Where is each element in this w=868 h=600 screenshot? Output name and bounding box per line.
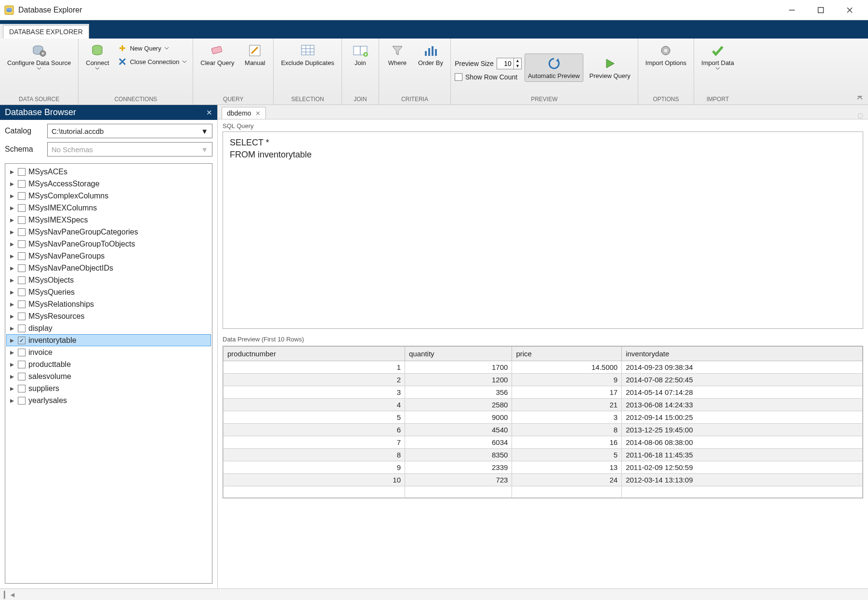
table-checkbox[interactable] bbox=[18, 228, 26, 236]
table-item[interactable]: ▸ display bbox=[6, 322, 211, 334]
table-row[interactable]: 10723242012-03-14 13:13:09 bbox=[224, 474, 863, 486]
table-cell: 7 bbox=[224, 436, 405, 449]
table-checkbox[interactable] bbox=[18, 216, 26, 224]
table-checkbox[interactable] bbox=[18, 276, 26, 284]
preview-size-spinner[interactable]: ▲▼ bbox=[497, 58, 522, 69]
table-item[interactable]: ▸ MSysRelationships bbox=[6, 298, 211, 310]
table-checkbox[interactable] bbox=[18, 361, 26, 368]
group-query: Clear Query Manual QUERY bbox=[193, 39, 274, 104]
column-header[interactable]: quantity bbox=[405, 347, 512, 361]
column-header[interactable]: productnumber bbox=[224, 347, 405, 361]
table-checkbox[interactable] bbox=[18, 168, 26, 176]
table-checkbox[interactable] bbox=[18, 204, 26, 212]
table-checkbox[interactable] bbox=[18, 325, 26, 332]
browser-close-icon[interactable]: ✕ bbox=[206, 108, 212, 117]
table-item[interactable]: ▸ MSysACEs bbox=[6, 166, 211, 178]
table-name: yearlysales bbox=[28, 396, 67, 405]
import-options-button[interactable]: Import Options bbox=[642, 40, 690, 69]
table-checkbox[interactable] bbox=[18, 349, 26, 356]
close-connection-button[interactable]: Close Connection bbox=[116, 56, 189, 67]
table-item[interactable]: ▸ salesvolume bbox=[6, 370, 211, 382]
spin-up-icon[interactable]: ▲ bbox=[513, 58, 521, 64]
table-checkbox[interactable] bbox=[18, 264, 26, 272]
svg-point-9 bbox=[42, 52, 44, 54]
table-row[interactable]: 8835052011-06-18 11:45:35 bbox=[224, 449, 863, 461]
table-row[interactable]: 92339132011-02-09 12:50:59 bbox=[224, 461, 863, 474]
table-row[interactable]: 1170014.50002014-09-23 09:38:34 bbox=[224, 361, 863, 374]
table-checkbox[interactable] bbox=[18, 180, 26, 188]
show-row-count-checkbox[interactable] bbox=[455, 73, 462, 81]
join-button[interactable]: Join bbox=[346, 40, 375, 69]
column-header[interactable]: inventorydate bbox=[622, 347, 863, 361]
table-item[interactable]: ▸ MSysNavPaneGroupCategories bbox=[6, 226, 211, 238]
scroll-left-icon[interactable]: ▎◄ bbox=[4, 591, 16, 599]
table-item[interactable]: ▸ ✓ inventorytable bbox=[6, 334, 211, 346]
data-preview-table: productnumberquantitypriceinventorydate … bbox=[223, 346, 863, 498]
catalog-combo[interactable]: C:\tutorial.accdb ▼ bbox=[47, 124, 212, 138]
table-checkbox[interactable] bbox=[18, 252, 26, 260]
collapse-ribbon-icon[interactable] bbox=[856, 94, 863, 102]
table-checkbox[interactable]: ✓ bbox=[18, 337, 26, 344]
minimize-button[interactable] bbox=[777, 1, 806, 19]
table-checkbox[interactable] bbox=[18, 192, 26, 200]
clear-query-button[interactable]: Clear Query bbox=[197, 40, 237, 69]
table-item[interactable]: ▸ MSysComplexColumns bbox=[6, 190, 211, 202]
table-row[interactable]: 6454082013-12-25 19:45:00 bbox=[224, 424, 863, 436]
table-row[interactable]: 2120092014-07-08 22:50:45 bbox=[224, 374, 863, 386]
table-cell: 9 bbox=[224, 461, 405, 474]
table-row[interactable]: 5900032012-09-14 15:00:25 bbox=[224, 411, 863, 424]
doc-tab[interactable]: dbdemo ✕ bbox=[222, 107, 266, 119]
table-item[interactable]: ▸ MSysNavPaneGroups bbox=[6, 250, 211, 262]
table-checkbox[interactable] bbox=[18, 288, 26, 296]
table-item[interactable]: ▸ MSysNavPaneGroupToObjects bbox=[6, 238, 211, 250]
table-item[interactable]: ▸ MSysNavPaneObjectIDs bbox=[6, 262, 211, 274]
table-checkbox[interactable] bbox=[18, 385, 26, 392]
table-item[interactable]: ▸ MSysIMEXColumns bbox=[6, 202, 211, 214]
table-checkbox[interactable] bbox=[18, 313, 26, 320]
spin-down-icon[interactable]: ▼ bbox=[513, 64, 521, 69]
column-header[interactable]: price bbox=[512, 347, 622, 361]
table-cell: 8 bbox=[224, 449, 405, 461]
table-item[interactable]: ▸ MSysAccessStorage bbox=[6, 178, 211, 190]
exclude-duplicates-button[interactable]: Exclude Duplicates bbox=[277, 40, 338, 69]
table-cell: 2013-06-08 14:24:33 bbox=[622, 399, 863, 411]
table-item[interactable]: ▸ yearlysales bbox=[6, 394, 211, 406]
table-cell: 2 bbox=[224, 374, 405, 386]
table-item[interactable]: ▸ suppliers bbox=[6, 382, 211, 394]
table-checkbox[interactable] bbox=[18, 240, 26, 248]
manual-button[interactable]: Manual bbox=[240, 40, 269, 69]
new-query-button[interactable]: New Query bbox=[116, 42, 189, 54]
connect-button[interactable]: Connect bbox=[82, 40, 112, 72]
table-checkbox[interactable] bbox=[18, 300, 26, 308]
where-button[interactable]: Where bbox=[383, 40, 412, 69]
table-item[interactable]: ▸ MSysObjects bbox=[6, 274, 211, 286]
configure-data-source-button[interactable]: Configure Data Source bbox=[4, 40, 74, 72]
table-item[interactable]: ▸ MSysResources bbox=[6, 310, 211, 322]
automatic-preview-button[interactable]: Automatic Preview bbox=[525, 53, 583, 82]
table-row[interactable]: 76034162014-08-06 08:38:00 bbox=[224, 436, 863, 449]
table-cell: 24 bbox=[512, 474, 622, 486]
preview-size-input[interactable] bbox=[497, 60, 513, 67]
tab-options-icon[interactable]: ◌ bbox=[857, 111, 863, 119]
table-checkbox[interactable] bbox=[18, 397, 26, 404]
table-cell: 2013-12-25 19:45:00 bbox=[622, 424, 863, 436]
tables-tree[interactable]: ▸ MSysACEs▸ MSysAccessStorage▸ MSysCompl… bbox=[5, 163, 212, 584]
order-by-button[interactable]: Order By bbox=[415, 40, 447, 69]
sql-editor[interactable]: SELECT * FROM inventorytable bbox=[223, 131, 863, 329]
maximize-button[interactable] bbox=[806, 1, 835, 19]
ribbon-tab-database-explorer[interactable]: DATABASE EXPLORER bbox=[3, 25, 89, 39]
preview-query-button[interactable]: Preview Query bbox=[586, 53, 634, 82]
close-tab-icon[interactable]: ✕ bbox=[255, 110, 261, 117]
table-row[interactable]: 42580212013-06-08 14:24:33 bbox=[224, 399, 863, 411]
table-item[interactable]: ▸ MSysIMEXSpecs bbox=[6, 214, 211, 226]
table-item[interactable]: ▸ MSysQueries bbox=[6, 286, 211, 298]
table-checkbox[interactable] bbox=[18, 373, 26, 380]
schema-combo[interactable]: No Schemas ▼ bbox=[47, 142, 212, 157]
import-data-button[interactable]: Import Data bbox=[698, 40, 737, 72]
table-row[interactable]: 3356172014-05-14 07:14:28 bbox=[224, 386, 863, 399]
table-cell: 9000 bbox=[405, 411, 512, 424]
table-item[interactable]: ▸ invoice bbox=[6, 346, 211, 358]
close-button[interactable] bbox=[835, 1, 864, 19]
svg-rect-24 bbox=[428, 48, 430, 56]
table-item[interactable]: ▸ producttable bbox=[6, 358, 211, 370]
